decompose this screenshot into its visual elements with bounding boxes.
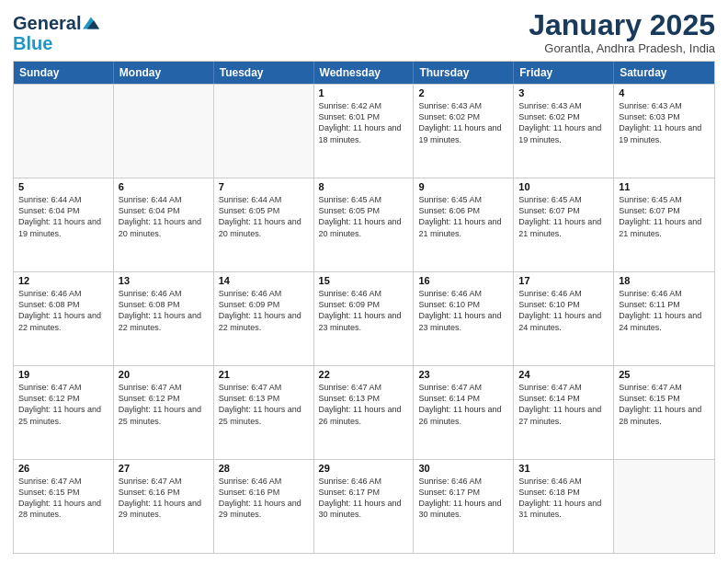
day-number: 23 (418, 369, 508, 380)
calendar-header-wednesday: Wednesday (314, 62, 415, 84)
day-info: Sunrise: 6:43 AMSunset: 6:02 PMDaylight:… (418, 100, 508, 145)
calendar-week-5: 26Sunrise: 6:47 AMSunset: 6:15 PMDayligh… (14, 459, 714, 553)
calendar-cell: 30Sunrise: 6:46 AMSunset: 6:17 PMDayligh… (414, 460, 514, 553)
calendar-cell: 2Sunrise: 6:43 AMSunset: 6:02 PMDaylight… (414, 85, 514, 178)
day-info: Sunrise: 6:45 AMSunset: 6:07 PMDaylight:… (518, 194, 609, 239)
day-info: Sunrise: 6:47 AMSunset: 6:13 PMDaylight:… (319, 382, 409, 427)
calendar-cell (114, 85, 214, 178)
calendar-cell: 9Sunrise: 6:45 AMSunset: 6:06 PMDaylight… (414, 178, 514, 271)
day-number: 15 (319, 275, 409, 286)
logo: General Blue (13, 13, 99, 53)
calendar-cell: 19Sunrise: 6:47 AMSunset: 6:12 PMDayligh… (14, 366, 114, 459)
day-number: 20 (119, 369, 209, 380)
logo-text-general: General (13, 13, 81, 33)
calendar-cell: 27Sunrise: 6:47 AMSunset: 6:16 PMDayligh… (114, 460, 214, 553)
calendar-week-1: 1Sunrise: 6:42 AMSunset: 6:01 PMDaylight… (14, 84, 714, 178)
calendar-cell: 17Sunrise: 6:46 AMSunset: 6:10 PMDayligh… (514, 272, 614, 365)
day-info: Sunrise: 6:45 AMSunset: 6:05 PMDaylight:… (319, 194, 409, 239)
day-number: 22 (319, 369, 409, 380)
calendar-week-2: 5Sunrise: 6:44 AMSunset: 6:04 PMDaylight… (14, 178, 714, 271)
calendar-cell (14, 85, 114, 178)
day-info: Sunrise: 6:46 AMSunset: 6:08 PMDaylight:… (18, 288, 108, 333)
day-info: Sunrise: 6:46 AMSunset: 6:11 PMDaylight:… (619, 288, 710, 333)
calendar-cell: 25Sunrise: 6:47 AMSunset: 6:15 PMDayligh… (614, 366, 714, 459)
day-number: 19 (18, 369, 108, 380)
day-number: 21 (219, 369, 309, 380)
day-number: 13 (119, 275, 209, 286)
calendar-cell: 12Sunrise: 6:46 AMSunset: 6:08 PMDayligh… (14, 272, 114, 365)
day-number: 3 (518, 87, 609, 98)
day-info: Sunrise: 6:46 AMSunset: 6:09 PMDaylight:… (219, 288, 309, 333)
day-info: Sunrise: 6:47 AMSunset: 6:13 PMDaylight:… (219, 382, 309, 427)
month-title: January 2025 (529, 9, 715, 41)
day-info: Sunrise: 6:47 AMSunset: 6:15 PMDaylight:… (619, 382, 710, 427)
calendar-cell: 15Sunrise: 6:46 AMSunset: 6:09 PMDayligh… (314, 272, 415, 365)
calendar-cell: 31Sunrise: 6:46 AMSunset: 6:18 PMDayligh… (514, 460, 614, 553)
day-number: 9 (418, 181, 508, 192)
location-subtitle: Gorantla, Andhra Pradesh, India (529, 41, 715, 55)
day-info: Sunrise: 6:47 AMSunset: 6:16 PMDaylight:… (119, 476, 209, 521)
calendar-header-thursday: Thursday (414, 62, 514, 84)
day-number: 30 (418, 463, 508, 474)
calendar-body: 1Sunrise: 6:42 AMSunset: 6:01 PMDaylight… (14, 84, 714, 553)
day-number: 4 (619, 87, 710, 98)
day-number: 28 (219, 463, 309, 474)
title-block: January 2025 Gorantla, Andhra Pradesh, I… (529, 9, 715, 55)
calendar-cell: 28Sunrise: 6:46 AMSunset: 6:16 PMDayligh… (214, 460, 314, 553)
day-number: 11 (619, 181, 710, 192)
day-info: Sunrise: 6:46 AMSunset: 6:08 PMDaylight:… (119, 288, 209, 333)
calendar-header-monday: Monday (114, 62, 214, 84)
day-number: 10 (518, 181, 609, 192)
day-number: 8 (319, 181, 409, 192)
day-info: Sunrise: 6:45 AMSunset: 6:07 PMDaylight:… (619, 194, 710, 239)
calendar-cell (614, 460, 714, 553)
day-info: Sunrise: 6:46 AMSunset: 6:10 PMDaylight:… (518, 288, 609, 333)
day-number: 12 (18, 275, 108, 286)
calendar-cell: 7Sunrise: 6:44 AMSunset: 6:05 PMDaylight… (214, 178, 314, 271)
day-info: Sunrise: 6:46 AMSunset: 6:17 PMDaylight:… (319, 476, 409, 521)
calendar-cell: 14Sunrise: 6:46 AMSunset: 6:09 PMDayligh… (214, 272, 314, 365)
day-number: 18 (619, 275, 710, 286)
calendar-cell: 11Sunrise: 6:45 AMSunset: 6:07 PMDayligh… (614, 178, 714, 271)
calendar-header-friday: Friday (514, 62, 614, 84)
calendar-cell: 13Sunrise: 6:46 AMSunset: 6:08 PMDayligh… (114, 272, 214, 365)
calendar-cell: 1Sunrise: 6:42 AMSunset: 6:01 PMDaylight… (314, 85, 415, 178)
day-info: Sunrise: 6:43 AMSunset: 6:03 PMDaylight:… (619, 100, 710, 145)
day-number: 26 (18, 463, 108, 474)
logo-text-blue: Blue (13, 33, 99, 53)
day-info: Sunrise: 6:47 AMSunset: 6:15 PMDaylight:… (18, 476, 108, 521)
day-info: Sunrise: 6:46 AMSunset: 6:09 PMDaylight:… (319, 288, 409, 333)
calendar-week-4: 19Sunrise: 6:47 AMSunset: 6:12 PMDayligh… (14, 365, 714, 459)
day-number: 16 (418, 275, 508, 286)
day-number: 14 (219, 275, 309, 286)
day-info: Sunrise: 6:44 AMSunset: 6:04 PMDaylight:… (18, 194, 108, 239)
day-number: 29 (319, 463, 409, 474)
day-number: 5 (18, 181, 108, 192)
calendar-header-saturday: Saturday (614, 62, 714, 84)
day-info: Sunrise: 6:46 AMSunset: 6:18 PMDaylight:… (518, 476, 609, 521)
calendar-cell: 24Sunrise: 6:47 AMSunset: 6:14 PMDayligh… (514, 366, 614, 459)
calendar-cell: 21Sunrise: 6:47 AMSunset: 6:13 PMDayligh… (214, 366, 314, 459)
calendar-cell: 3Sunrise: 6:43 AMSunset: 6:02 PMDaylight… (514, 85, 614, 178)
header: General Blue January 2025 Gorantla, Andh… (13, 9, 715, 55)
day-number: 6 (119, 181, 209, 192)
calendar-cell: 16Sunrise: 6:46 AMSunset: 6:10 PMDayligh… (414, 272, 514, 365)
day-number: 25 (619, 369, 710, 380)
calendar-cell: 4Sunrise: 6:43 AMSunset: 6:03 PMDaylight… (614, 85, 714, 178)
day-info: Sunrise: 6:45 AMSunset: 6:06 PMDaylight:… (418, 194, 508, 239)
calendar-cell: 10Sunrise: 6:45 AMSunset: 6:07 PMDayligh… (514, 178, 614, 271)
day-number: 31 (518, 463, 609, 474)
calendar-cell: 8Sunrise: 6:45 AMSunset: 6:05 PMDaylight… (314, 178, 415, 271)
day-info: Sunrise: 6:42 AMSunset: 6:01 PMDaylight:… (319, 100, 409, 145)
day-number: 2 (418, 87, 508, 98)
day-number: 7 (219, 181, 309, 192)
calendar-cell: 18Sunrise: 6:46 AMSunset: 6:11 PMDayligh… (614, 272, 714, 365)
page: General Blue January 2025 Gorantla, Andh… (0, 0, 728, 563)
day-info: Sunrise: 6:47 AMSunset: 6:12 PMDaylight:… (18, 382, 108, 427)
calendar: SundayMondayTuesdayWednesdayThursdayFrid… (13, 61, 715, 554)
calendar-cell: 5Sunrise: 6:44 AMSunset: 6:04 PMDaylight… (14, 178, 114, 271)
calendar-cell: 26Sunrise: 6:47 AMSunset: 6:15 PMDayligh… (14, 460, 114, 553)
day-info: Sunrise: 6:43 AMSunset: 6:02 PMDaylight:… (518, 100, 609, 145)
day-info: Sunrise: 6:46 AMSunset: 6:16 PMDaylight:… (219, 476, 309, 521)
calendar-cell: 6Sunrise: 6:44 AMSunset: 6:04 PMDaylight… (114, 178, 214, 271)
